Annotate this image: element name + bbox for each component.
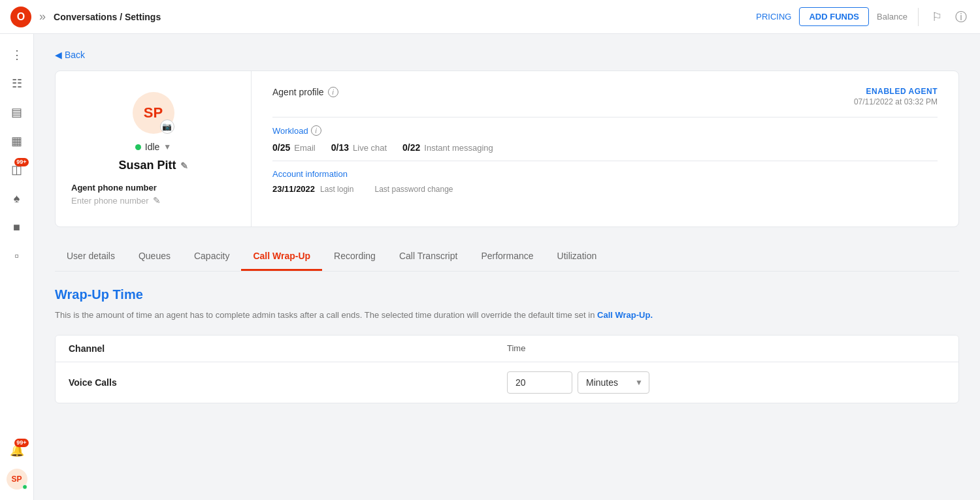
sidebar-item-bell[interactable]: 🔔 99+: [4, 437, 30, 463]
nav-divider: [918, 8, 919, 26]
help-icon[interactable]: ⓘ: [953, 7, 970, 27]
sidebar-item-chat[interactable]: ☷: [4, 70, 30, 97]
wrapup-title: Wrap-Up Time: [55, 287, 959, 302]
stat-im-value: 0/22: [402, 142, 420, 153]
stat-livechat-value: 0/13: [331, 142, 349, 153]
tab-utilization[interactable]: Utilization: [546, 243, 609, 271]
divider-2: [272, 161, 938, 161]
wrapup-description: This is the amount of time an agent has …: [55, 309, 959, 322]
contacts-icon: ♠: [14, 192, 20, 206]
col-time-header: Time: [507, 343, 945, 354]
account-section: Account information 23/11/2022 Last logi…: [272, 169, 938, 194]
tab-recording[interactable]: Recording: [322, 243, 387, 271]
sidebar-item-reports[interactable]: ▦: [4, 128, 30, 154]
reports-icon: ▦: [11, 134, 22, 148]
tab-user-details[interactable]: User details: [55, 243, 127, 271]
grid-icon: ⋮: [11, 48, 23, 62]
agent-right-card: Agent profile i ENABLED AGENT 07/11/2022…: [252, 71, 958, 227]
tabs-bar: User details Queues Capacity Call Wrap-U…: [55, 243, 959, 272]
inbox-icon: ▤: [11, 105, 22, 119]
profile-date: 07/11/2022 at 03:32 PM: [854, 97, 938, 106]
sidebar-item-user[interactable]: SP: [4, 466, 30, 492]
edit-phone-icon[interactable]: ✎: [153, 195, 161, 206]
sidebar-item-inbox[interactable]: ▤: [4, 99, 30, 125]
stat-livechat: 0/13 Live chat: [331, 142, 387, 153]
sidebar-item-contacts[interactable]: ♠: [4, 185, 30, 211]
chat-icon: ☷: [12, 76, 22, 91]
status-row: Idle ▼: [135, 142, 171, 152]
col-channel-header: Channel: [69, 343, 507, 354]
back-link[interactable]: ◀ Back: [55, 50, 959, 60]
table-header: Channel Time: [56, 336, 958, 362]
tab-call-wrap-up[interactable]: Call Wrap-Up: [241, 243, 322, 271]
profile-status: ENABLED AGENT 07/11/2022 at 03:32 PM: [854, 87, 938, 106]
pricing-link[interactable]: PRICING: [756, 12, 791, 22]
sidebar-item-dashboard[interactable]: ⋮: [4, 42, 30, 68]
time-unit-select[interactable]: Seconds Minutes Hours: [578, 371, 649, 394]
expand-sidebar-button[interactable]: »: [39, 10, 46, 23]
profile-label: Agent profile i: [272, 87, 338, 97]
logs-icon: ■: [13, 221, 20, 234]
breadcrumb: Conversations / Settings: [54, 12, 161, 22]
last-login-date: 23/11/2022: [272, 184, 315, 194]
tables-icon: ▫: [14, 249, 18, 263]
top-navigation: O » Conversations / Settings PRICING ADD…: [0, 0, 980, 34]
app-logo: O: [10, 7, 31, 27]
time-unit-select-wrap: Seconds Minutes Hours ▼: [578, 371, 649, 394]
stat-im-channel: Instant messaging: [424, 143, 493, 153]
row-time-voice: Seconds Minutes Hours ▼: [507, 371, 945, 394]
tab-queues[interactable]: Queues: [127, 243, 182, 271]
stat-instant-messaging: 0/22 Instant messaging: [402, 142, 493, 153]
balance-text: Balance: [877, 12, 907, 22]
stat-email-value: 0/25: [272, 142, 290, 153]
profile-header: Agent profile i ENABLED AGENT 07/11/2022…: [272, 87, 938, 106]
agent-name: Susan Pitt ✎: [118, 159, 188, 172]
bell-badge: 99+: [14, 439, 28, 447]
topnav-actions: PRICING ADD FUNDS Balance ⚐ ⓘ: [756, 7, 970, 27]
profile-info-icon: i: [328, 87, 338, 97]
agent-cards-row: SP 📷 Idle ▼ Susan Pitt ✎ Agent phone num…: [55, 70, 959, 227]
last-password-label: Last password change: [374, 185, 453, 194]
enabled-badge: ENABLED AGENT: [854, 87, 938, 96]
row-channel-voice: Voice Calls: [69, 377, 507, 388]
phone-value: Enter phone number ✎: [71, 195, 161, 206]
workload-stats: 0/25 Email 0/13 Live chat 0/22 Instant m…: [272, 142, 938, 153]
tab-capacity[interactable]: Capacity: [182, 243, 241, 271]
last-login-item: 23/11/2022 Last login: [272, 184, 353, 194]
user-avatar: SP: [7, 469, 27, 490]
sidebar-item-agents[interactable]: ◫ 99+: [4, 157, 30, 183]
stat-email-channel: Email: [294, 143, 316, 153]
sidebar-item-tables[interactable]: ▫: [4, 243, 30, 269]
last-password-item: Last password change: [374, 184, 453, 194]
edit-name-icon[interactable]: ✎: [180, 161, 188, 171]
back-link-label: Back: [65, 50, 85, 60]
avatar-wrap: SP 📷: [133, 92, 174, 134]
wrapup-table: Channel Time Voice Calls Seconds Minutes…: [55, 335, 959, 403]
divider-1: [272, 117, 938, 117]
tab-performance[interactable]: Performance: [469, 243, 545, 271]
account-label: Account information: [272, 169, 938, 179]
time-input-voice[interactable]: [507, 371, 572, 394]
workload-label: Workload i: [272, 125, 321, 136]
workload-row: Workload i: [272, 125, 938, 136]
status-chevron-icon[interactable]: ▼: [163, 142, 171, 151]
account-info: 23/11/2022 Last login Last password chan…: [272, 184, 938, 194]
camera-icon[interactable]: 📷: [160, 119, 174, 134]
agent-left-card: SP 📷 Idle ▼ Susan Pitt ✎ Agent phone num…: [56, 71, 252, 227]
online-indicator: [22, 484, 27, 490]
phone-label: Agent phone number: [71, 183, 157, 193]
status-text: Idle: [145, 142, 160, 152]
last-login-label: Last login: [320, 185, 353, 194]
add-funds-button[interactable]: ADD FUNDS: [799, 7, 869, 26]
agents-badge: 99+: [14, 158, 28, 166]
flag-icon[interactable]: ⚐: [929, 7, 945, 27]
sidebar-item-logs[interactable]: ■: [4, 214, 30, 240]
left-sidebar: ⋮ ☷ ▤ ▦ ◫ 99+ ♠ ■ ▫ 🔔 99+ SP: [0, 34, 34, 500]
call-wrapup-link[interactable]: Call Wrap-Up.: [597, 310, 653, 320]
stat-email: 0/25 Email: [272, 142, 316, 153]
stat-livechat-channel: Live chat: [353, 143, 387, 153]
back-arrow-icon: ◀: [55, 50, 62, 60]
status-indicator: [135, 144, 141, 150]
sidebar-bottom: 🔔 99+ SP: [4, 437, 30, 492]
tab-call-transcript[interactable]: Call Transcript: [387, 243, 469, 271]
